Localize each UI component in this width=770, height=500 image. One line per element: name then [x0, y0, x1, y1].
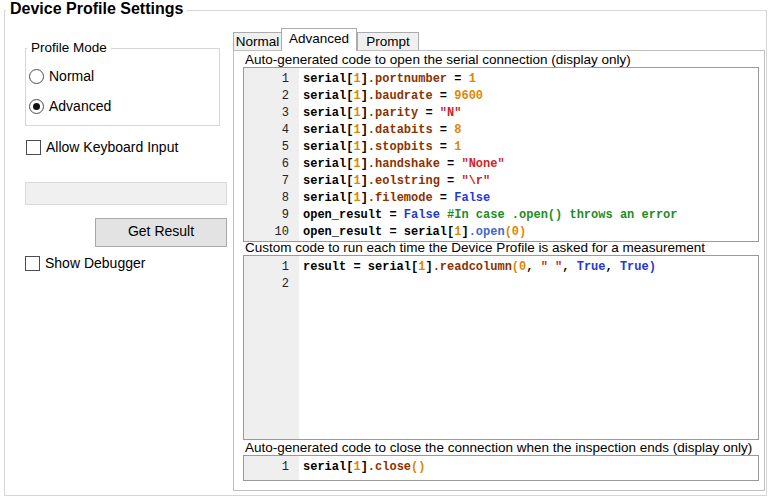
line-number: 7 [244, 173, 289, 190]
radio-normal-label[interactable]: Normal [49, 69, 94, 84]
code-text: open_result = False #In case .open() thr… [303, 207, 677, 224]
radio-normal[interactable] [29, 69, 44, 84]
code-text: serial[1].databits = 8 [303, 122, 461, 139]
code-text: serial[1].baudrate = 9600 [303, 88, 483, 105]
line-number: 1 [244, 459, 289, 476]
line-number: 2 [244, 276, 289, 293]
code-line: 1serial[1].portnumber = 1 [244, 71, 758, 88]
code-line: 1result = serial[1].readcolumn(0, " ", T… [244, 259, 758, 276]
line-number: 3 [244, 105, 289, 122]
code-line: 9open_result = False #In case .open() th… [244, 207, 758, 224]
get-result-button[interactable]: Get Result [95, 218, 227, 247]
line-number: 8 [244, 190, 289, 207]
allow-keyboard-label[interactable]: Allow Keyboard Input [46, 140, 178, 155]
code-line: 7serial[1].eolstring = "\r" [244, 173, 758, 190]
line-number: 6 [244, 156, 289, 173]
close-code-label: Auto-generated code to close the connect… [245, 440, 752, 455]
radio-advanced-label[interactable]: Advanced [49, 99, 111, 114]
code-rows: 1result = serial[1].readcolumn(0, " ", T… [244, 256, 758, 293]
line-number: 10 [244, 224, 289, 241]
measurement-code-label: Custom code to run each time the Device … [245, 240, 705, 255]
allow-keyboard-checkbox[interactable] [26, 140, 41, 155]
line-number: 1 [244, 71, 289, 88]
show-debugger-checkbox[interactable] [25, 256, 40, 271]
profile-mode-label: Profile Mode [27, 40, 111, 55]
code-line: 10open_result = serial[1].open(0) [244, 224, 758, 241]
code-line: 2 [244, 276, 758, 293]
code-line: 3serial[1].parity = "N" [244, 105, 758, 122]
keyboard-input-field[interactable] [25, 182, 227, 205]
page-title: Device Profile Settings [6, 0, 187, 18]
code-rows: 1serial[1].portnumber = 12serial[1].baud… [244, 68, 758, 241]
close-code-editor: 1serial[1].close() [243, 455, 759, 481]
code-line: 4serial[1].databits = 8 [244, 122, 758, 139]
line-number: 5 [244, 139, 289, 156]
code-line: 8serial[1].filemode = False [244, 190, 758, 207]
code-line: 2serial[1].baudrate = 9600 [244, 88, 758, 105]
line-number: 9 [244, 207, 289, 224]
device-profile-settings-screen: Device Profile Settings Profile Mode Nor… [0, 0, 770, 500]
code-text: serial[1].filemode = False [303, 190, 490, 207]
code-text: serial[1].stopbits = 1 [303, 139, 461, 156]
code-text: serial[1].handshake = "None" [303, 156, 505, 173]
show-debugger-label[interactable]: Show Debugger [45, 256, 145, 271]
measurement-code-editor[interactable]: 1result = serial[1].readcolumn(0, " ", T… [243, 255, 759, 440]
code-text: serial[1].eolstring = "\r" [303, 173, 490, 190]
code-text: result = serial[1].readcolumn(0, " ", Tr… [303, 259, 656, 276]
code-line: 6serial[1].handshake = "None" [244, 156, 758, 173]
tab-advanced[interactable]: Advanced [281, 28, 357, 51]
tab-normal[interactable]: Normal [233, 32, 282, 50]
line-number: 2 [244, 88, 289, 105]
code-text: serial[1].close() [303, 459, 425, 476]
code-rows: 1serial[1].close() [244, 456, 758, 476]
open-code-label: Auto-generated code to open the serial c… [245, 52, 631, 67]
code-text: open_result = serial[1].open(0) [303, 224, 526, 241]
profile-mode-groupbox [25, 48, 220, 126]
code-line: 1serial[1].close() [244, 459, 758, 476]
device-profile-settings-groupbox: Device Profile Settings Profile Mode Nor… [4, 10, 767, 496]
code-text: serial[1].parity = "N" [303, 105, 461, 122]
open-code-editor: 1serial[1].portnumber = 12serial[1].baud… [243, 67, 759, 242]
code-text: serial[1].portnumber = 1 [303, 71, 476, 88]
tab-prompt[interactable]: Prompt [357, 32, 419, 50]
code-line: 5serial[1].stopbits = 1 [244, 139, 758, 156]
line-number: 1 [244, 259, 289, 276]
radio-advanced[interactable] [29, 99, 44, 114]
line-number: 4 [244, 122, 289, 139]
